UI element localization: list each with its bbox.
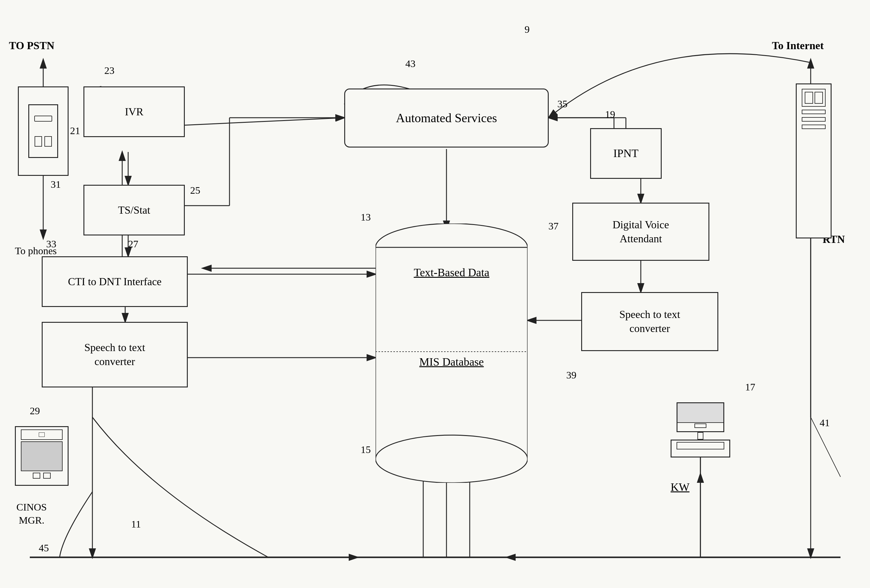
cti-dnt-box: CTI to DNT Interface [42, 256, 188, 307]
ref-31: 31 [51, 179, 61, 190]
ts-stat-box: TS/Stat [83, 185, 185, 235]
ref-19: 19 [605, 109, 615, 120]
diagram: TO PSTN 9 43 21 IVR 23 TS/Stat 25 CTI to… [0, 0, 870, 588]
kw-workstation [664, 402, 736, 471]
ipnt-box: IPNT [590, 128, 661, 179]
ref-21: 21 [70, 125, 80, 137]
ref-33: 33 [46, 238, 56, 250]
cinos-mgr-label: CINOS MGR. [16, 501, 47, 527]
phone-switch-device [18, 86, 69, 176]
ref-13: 13 [361, 211, 371, 223]
ref-29: 29 [30, 405, 40, 417]
svg-line-11 [185, 118, 344, 125]
to-internet-label: To Internet [772, 39, 824, 53]
ivr-box: IVR [83, 86, 185, 137]
ts-stat-label: TS/Stat [118, 203, 150, 217]
automated-services-box: Automated Services [344, 88, 549, 147]
ref-15: 15 [361, 444, 371, 456]
ipnt-label: IPNT [614, 146, 638, 161]
cti-dnt-label: CTI to DNT Interface [68, 275, 162, 289]
ref-37: 37 [548, 220, 559, 232]
ref-9: 9 [524, 24, 530, 35]
automated-services-label: Automated Services [396, 110, 497, 127]
digital-voice-attendant-box: Digital Voice Attendant [572, 202, 709, 261]
kw-label: KW [670, 480, 690, 494]
ref-11: 11 [131, 518, 141, 530]
cinos-mgr-device [15, 426, 74, 495]
digital-voice-attendant-label: Digital Voice Attendant [612, 218, 669, 246]
ref-43: 43 [405, 58, 416, 70]
ref-39: 39 [566, 369, 577, 381]
ref-17: 17 [745, 381, 755, 393]
ivr-label: IVR [125, 105, 143, 119]
mis-database-label: MIS Database [393, 355, 509, 369]
server-device [796, 83, 834, 250]
speech-converter-left-label: Speech to text converter [84, 341, 145, 369]
speech-converter-left-box: Speech to text converter [42, 322, 188, 387]
ref-45: 45 [39, 542, 49, 554]
text-based-data-label: Text-Based Data [393, 265, 509, 280]
ref-25: 25 [190, 185, 200, 196]
to-pstn-label: TO PSTN [9, 39, 54, 53]
ref-27: 27 [128, 238, 138, 250]
database-cylinder [375, 223, 527, 483]
speech-converter-right-label: Speech to text converter [619, 308, 680, 336]
ref-41: 41 [819, 417, 830, 429]
svg-point-43 [375, 435, 527, 483]
ref-23: 23 [104, 65, 115, 76]
ref-35: 35 [557, 98, 568, 110]
speech-converter-right-box: Speech to text converter [581, 292, 718, 351]
